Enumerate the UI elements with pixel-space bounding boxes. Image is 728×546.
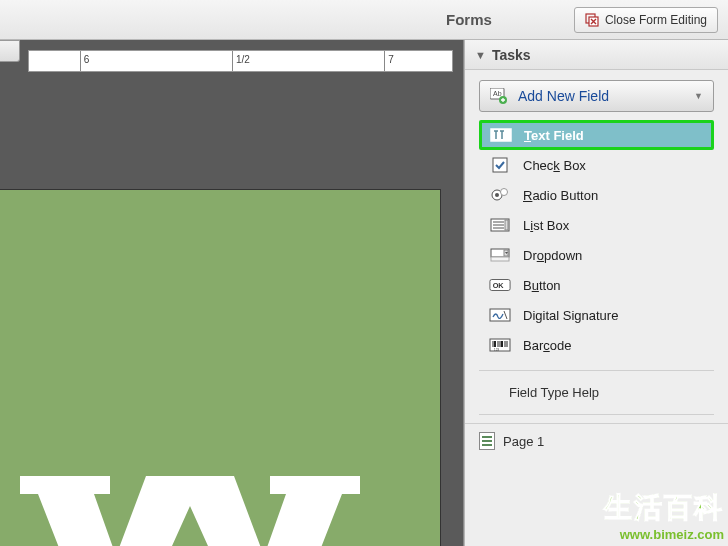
list-box-icon [489, 217, 511, 233]
field-label: Dropdown [523, 248, 582, 263]
field-label: Digital Signature [523, 308, 618, 323]
barcode-icon: 123 [489, 337, 511, 353]
add-new-field-label: Add New Field [518, 88, 609, 104]
page-list-item[interactable]: Page 1 [479, 432, 714, 450]
close-form-icon [585, 13, 599, 27]
ruler-mark: 6 [84, 54, 90, 65]
page-label: Page 1 [503, 434, 544, 449]
document-canvas[interactable]: 6 1/2 7 [0, 40, 464, 546]
signature-icon [489, 307, 511, 323]
page-list: Page 1 [465, 423, 728, 458]
forms-panel-title: Forms [8, 11, 492, 28]
add-field-icon: Ab [490, 88, 508, 104]
page-graphic-w [20, 476, 360, 546]
field-type-help[interactable]: Field Type Help [465, 375, 728, 410]
field-type-barcode[interactable]: 123 Barcode [479, 330, 714, 360]
field-type-check-box[interactable]: Check Box [479, 150, 714, 180]
field-type-radio-button[interactable]: Radio Button [479, 180, 714, 210]
check-box-icon [489, 157, 511, 173]
collapse-icon: ▼ [475, 49, 486, 61]
panel-tab[interactable] [0, 40, 20, 62]
field-type-list-box[interactable]: List Box [479, 210, 714, 240]
separator [479, 414, 714, 415]
field-label: Barcode [523, 338, 571, 353]
radio-button-icon [489, 187, 511, 203]
field-label: Button [523, 278, 561, 293]
horizontal-ruler: 6 1/2 7 [28, 50, 453, 72]
svg-rect-6 [493, 158, 507, 172]
close-form-editing-label: Close Form Editing [605, 13, 707, 27]
document-page[interactable] [0, 190, 440, 546]
add-new-field-button[interactable]: Ab Add New Field ▼ [479, 80, 714, 112]
svg-text:OK: OK [493, 281, 505, 290]
page-icon [479, 432, 495, 450]
field-label: Check Box [523, 158, 586, 173]
app-header: Forms Close Form Editing [0, 0, 728, 40]
button-icon: OK [489, 277, 511, 293]
separator [479, 370, 714, 371]
svg-rect-17 [491, 257, 509, 261]
field-type-button[interactable]: OK Button [479, 270, 714, 300]
svg-rect-20 [490, 309, 510, 321]
dropdown-arrow-icon: ▼ [694, 91, 703, 101]
tasks-header[interactable]: ▼ Tasks [465, 40, 728, 70]
tasks-title: Tasks [492, 47, 531, 63]
svg-rect-14 [505, 220, 508, 230]
field-type-text-field[interactable]: Text Field [479, 120, 714, 150]
ruler-mark: 7 [388, 54, 394, 65]
svg-point-9 [501, 189, 508, 196]
field-type-digital-signature[interactable]: Digital Signature [479, 300, 714, 330]
close-form-editing-button[interactable]: Close Form Editing [574, 7, 718, 33]
svg-text:Ab: Ab [493, 90, 502, 97]
field-type-list: Text Field Check Box Radio Button List B… [465, 116, 728, 366]
svg-point-8 [495, 193, 499, 197]
field-label: Radio Button [523, 188, 598, 203]
text-field-icon [490, 127, 512, 143]
field-type-dropdown[interactable]: Dropdown [479, 240, 714, 270]
svg-text:123: 123 [494, 348, 499, 352]
field-label: Text Field [524, 128, 584, 143]
dropdown-icon [489, 247, 511, 263]
field-label: List Box [523, 218, 569, 233]
ruler-mark: 1/2 [236, 54, 250, 65]
tasks-panel: ▼ Tasks Ab Add New Field ▼ Text Field [464, 40, 728, 546]
